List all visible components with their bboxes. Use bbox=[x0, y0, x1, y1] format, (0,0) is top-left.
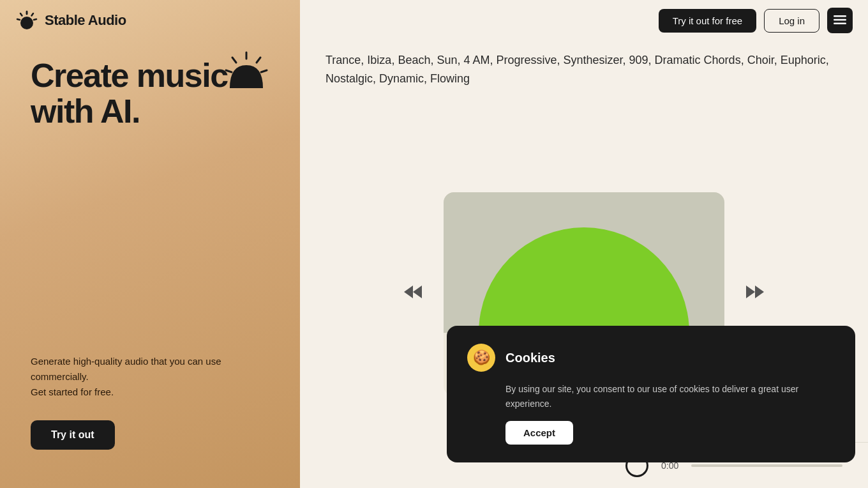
accept-button[interactable]: Accept bbox=[505, 421, 573, 445]
cookie-footer: Accept bbox=[467, 421, 835, 445]
player-artwork bbox=[444, 192, 724, 333]
menu-button[interactable] bbox=[827, 8, 853, 33]
svg-line-3 bbox=[20, 13, 22, 16]
try-out-button[interactable]: Try it out bbox=[31, 420, 115, 450]
hamburger-icon bbox=[834, 14, 846, 27]
svg-rect-8 bbox=[834, 19, 846, 20]
svg-line-4 bbox=[32, 13, 34, 16]
navbar: Stable Audio Try it out for free Log in bbox=[0, 0, 868, 41]
hero-sun-icon bbox=[223, 51, 269, 97]
svg-marker-16 bbox=[413, 286, 422, 298]
cookie-header: 🍪 Cookies bbox=[467, 344, 835, 372]
prompt-text: Trance, Ibiza, Beach, Sun, 4 AM, Progres… bbox=[326, 51, 842, 88]
logo-icon bbox=[15, 9, 38, 32]
hero-title-line1: Create music bbox=[31, 57, 228, 94]
svg-rect-7 bbox=[834, 15, 846, 17]
svg-rect-9 bbox=[834, 22, 846, 24]
hero-description: Generate high-quality audio that you can… bbox=[31, 354, 222, 400]
logo-text: Stable Audio bbox=[45, 12, 126, 29]
svg-line-12 bbox=[257, 57, 260, 63]
skip-back-button[interactable] bbox=[398, 278, 428, 310]
left-panel: Create music with AI. Generate high-qual… bbox=[0, 0, 300, 488]
skip-back-icon bbox=[403, 283, 423, 305]
skip-forward-icon bbox=[745, 283, 765, 305]
cookie-banner: 🍪 Cookies By using our site, you consent… bbox=[447, 326, 855, 462]
hero-title-line2: with AI. bbox=[31, 93, 140, 130]
svg-marker-15 bbox=[404, 286, 413, 298]
progress-bar[interactable] bbox=[691, 464, 842, 467]
svg-marker-24 bbox=[755, 286, 764, 298]
svg-line-14 bbox=[261, 70, 267, 72]
log-in-button[interactable]: Log in bbox=[764, 9, 819, 33]
cookie-body: By using our site, you consent to our us… bbox=[467, 382, 835, 411]
svg-point-0 bbox=[20, 17, 33, 29]
svg-line-11 bbox=[232, 57, 236, 63]
svg-marker-23 bbox=[746, 286, 755, 298]
svg-line-6 bbox=[34, 19, 36, 20]
svg-line-13 bbox=[226, 70, 232, 72]
cookie-icon: 🍪 bbox=[467, 344, 495, 372]
logo: Stable Audio bbox=[15, 9, 126, 32]
hero-bottom: Generate high-quality audio that you can… bbox=[31, 175, 269, 450]
cookie-title: Cookies bbox=[505, 351, 555, 365]
svg-line-5 bbox=[17, 19, 20, 20]
try-free-button[interactable]: Try it out for free bbox=[659, 9, 756, 33]
skip-forward-button[interactable] bbox=[740, 278, 770, 310]
nav-actions: Try it out for free Log in bbox=[659, 8, 853, 33]
artwork-semicircle bbox=[479, 227, 689, 333]
